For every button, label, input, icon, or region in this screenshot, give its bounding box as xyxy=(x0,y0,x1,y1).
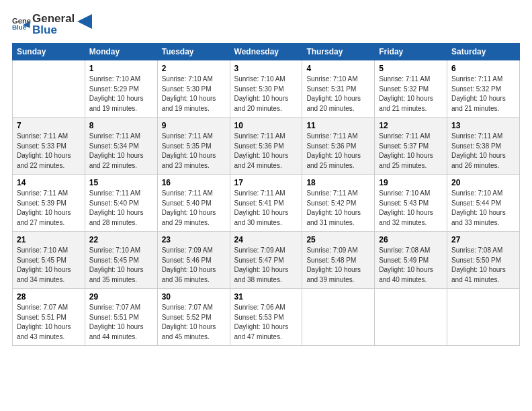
calendar-cell xyxy=(302,289,375,346)
calendar-cell: 12Sunrise: 7:11 AM Sunset: 5:37 PM Dayli… xyxy=(375,118,447,175)
calendar-header-row: SundayMondayTuesdayWednesdayThursdayFrid… xyxy=(13,44,520,60)
logo-arrow-icon xyxy=(77,14,92,29)
calendar-cell: 23Sunrise: 7:09 AM Sunset: 5:46 PM Dayli… xyxy=(157,232,230,289)
day-info: Sunrise: 7:07 AM Sunset: 5:51 PM Dayligh… xyxy=(17,303,81,342)
day-number: 12 xyxy=(379,121,443,130)
day-number: 23 xyxy=(162,235,226,244)
day-info: Sunrise: 7:11 AM Sunset: 5:34 PM Dayligh… xyxy=(89,132,153,171)
day-info: Sunrise: 7:09 AM Sunset: 5:48 PM Dayligh… xyxy=(306,246,370,285)
day-info: Sunrise: 7:06 AM Sunset: 5:53 PM Dayligh… xyxy=(234,303,298,342)
calendar-cell: 25Sunrise: 7:09 AM Sunset: 5:48 PM Dayli… xyxy=(302,232,375,289)
calendar-cell xyxy=(13,60,85,118)
calendar-cell: 10Sunrise: 7:11 AM Sunset: 5:36 PM Dayli… xyxy=(230,118,302,175)
day-number: 15 xyxy=(89,178,153,187)
day-number: 8 xyxy=(89,121,153,130)
calendar-cell: 28Sunrise: 7:07 AM Sunset: 5:51 PM Dayli… xyxy=(13,289,85,346)
day-info: Sunrise: 7:11 AM Sunset: 5:35 PM Dayligh… xyxy=(162,132,226,171)
day-info: Sunrise: 7:08 AM Sunset: 5:49 PM Dayligh… xyxy=(379,246,443,285)
calendar-cell: 27Sunrise: 7:08 AM Sunset: 5:50 PM Dayli… xyxy=(447,232,520,289)
day-number: 11 xyxy=(306,121,370,130)
day-number: 14 xyxy=(17,178,81,187)
calendar-cell: 5Sunrise: 7:11 AM Sunset: 5:32 PM Daylig… xyxy=(375,60,447,118)
col-header-wednesday: Wednesday xyxy=(230,44,302,60)
col-header-saturday: Saturday xyxy=(447,44,520,60)
calendar-cell: 20Sunrise: 7:10 AM Sunset: 5:44 PM Dayli… xyxy=(447,175,520,232)
calendar-cell: 7Sunrise: 7:11 AM Sunset: 5:33 PM Daylig… xyxy=(13,118,85,175)
logo: General Blue General Blue xyxy=(12,12,92,36)
day-info: Sunrise: 7:09 AM Sunset: 5:46 PM Dayligh… xyxy=(162,246,226,285)
day-info: Sunrise: 7:08 AM Sunset: 5:50 PM Dayligh… xyxy=(451,246,515,285)
page-container: General Blue General Blue SundayMondayTu… xyxy=(0,0,532,353)
day-number: 24 xyxy=(234,235,298,244)
calendar-cell: 11Sunrise: 7:11 AM Sunset: 5:36 PM Dayli… xyxy=(302,118,375,175)
day-number: 2 xyxy=(162,64,226,73)
calendar-cell: 26Sunrise: 7:08 AM Sunset: 5:49 PM Dayli… xyxy=(375,232,447,289)
day-info: Sunrise: 7:11 AM Sunset: 5:32 PM Dayligh… xyxy=(451,75,515,113)
calendar-cell: 30Sunrise: 7:07 AM Sunset: 5:52 PM Dayli… xyxy=(157,289,230,346)
calendar-cell: 15Sunrise: 7:11 AM Sunset: 5:40 PM Dayli… xyxy=(85,175,157,232)
calendar-week-row: 21Sunrise: 7:10 AM Sunset: 5:45 PM Dayli… xyxy=(13,232,520,289)
day-number: 5 xyxy=(379,64,443,73)
day-number: 19 xyxy=(379,178,443,187)
day-info: Sunrise: 7:11 AM Sunset: 5:40 PM Dayligh… xyxy=(89,189,153,228)
day-info: Sunrise: 7:10 AM Sunset: 5:44 PM Dayligh… xyxy=(451,189,515,228)
day-number: 18 xyxy=(306,178,370,187)
day-number: 28 xyxy=(17,292,81,302)
calendar-cell: 16Sunrise: 7:11 AM Sunset: 5:40 PM Dayli… xyxy=(157,175,230,232)
day-info: Sunrise: 7:10 AM Sunset: 5:30 PM Dayligh… xyxy=(162,75,226,113)
day-number: 25 xyxy=(306,235,370,244)
day-info: Sunrise: 7:11 AM Sunset: 5:37 PM Dayligh… xyxy=(379,132,443,171)
day-number: 3 xyxy=(234,64,298,73)
calendar-cell: 6Sunrise: 7:11 AM Sunset: 5:32 PM Daylig… xyxy=(447,60,520,118)
calendar-week-row: 1Sunrise: 7:10 AM Sunset: 5:29 PM Daylig… xyxy=(13,60,520,118)
day-number: 13 xyxy=(451,121,515,130)
day-number: 1 xyxy=(89,64,153,73)
day-number: 26 xyxy=(379,235,443,244)
day-number: 17 xyxy=(234,178,298,187)
calendar-table: SundayMondayTuesdayWednesdayThursdayFrid… xyxy=(12,43,520,346)
day-number: 16 xyxy=(162,178,226,187)
day-number: 31 xyxy=(234,292,298,302)
calendar-cell: 1Sunrise: 7:10 AM Sunset: 5:29 PM Daylig… xyxy=(85,60,157,118)
day-info: Sunrise: 7:11 AM Sunset: 5:36 PM Dayligh… xyxy=(234,132,298,171)
calendar-cell: 22Sunrise: 7:10 AM Sunset: 5:45 PM Dayli… xyxy=(85,232,157,289)
day-info: Sunrise: 7:10 AM Sunset: 5:30 PM Dayligh… xyxy=(234,75,298,113)
day-number: 21 xyxy=(17,235,81,244)
day-info: Sunrise: 7:11 AM Sunset: 5:41 PM Dayligh… xyxy=(234,189,298,228)
day-info: Sunrise: 7:07 AM Sunset: 5:52 PM Dayligh… xyxy=(162,303,226,342)
svg-text:Blue: Blue xyxy=(12,24,27,31)
day-number: 29 xyxy=(89,292,153,302)
calendar-cell: 19Sunrise: 7:10 AM Sunset: 5:43 PM Dayli… xyxy=(375,175,447,232)
calendar-cell: 14Sunrise: 7:11 AM Sunset: 5:39 PM Dayli… xyxy=(13,175,85,232)
day-info: Sunrise: 7:11 AM Sunset: 5:39 PM Dayligh… xyxy=(17,189,81,228)
day-number: 9 xyxy=(162,121,226,130)
calendar-cell: 9Sunrise: 7:11 AM Sunset: 5:35 PM Daylig… xyxy=(157,118,230,175)
day-info: Sunrise: 7:10 AM Sunset: 5:43 PM Dayligh… xyxy=(379,189,443,228)
col-header-friday: Friday xyxy=(375,44,447,60)
calendar-week-row: 14Sunrise: 7:11 AM Sunset: 5:39 PM Dayli… xyxy=(13,175,520,232)
calendar-cell: 24Sunrise: 7:09 AM Sunset: 5:47 PM Dayli… xyxy=(230,232,302,289)
page-header: General Blue General Blue xyxy=(12,12,520,36)
day-number: 10 xyxy=(234,121,298,130)
calendar-cell xyxy=(375,289,447,346)
calendar-cell: 31Sunrise: 7:06 AM Sunset: 5:53 PM Dayli… xyxy=(230,289,302,346)
col-header-monday: Monday xyxy=(85,44,157,60)
day-number: 30 xyxy=(162,292,226,302)
calendar-week-row: 28Sunrise: 7:07 AM Sunset: 5:51 PM Dayli… xyxy=(13,289,520,346)
day-number: 4 xyxy=(306,64,370,73)
calendar-cell: 4Sunrise: 7:10 AM Sunset: 5:31 PM Daylig… xyxy=(302,60,375,118)
day-info: Sunrise: 7:11 AM Sunset: 5:38 PM Dayligh… xyxy=(451,132,515,171)
calendar-cell: 18Sunrise: 7:11 AM Sunset: 5:42 PM Dayli… xyxy=(302,175,375,232)
col-header-thursday: Thursday xyxy=(302,44,375,60)
calendar-cell: 21Sunrise: 7:10 AM Sunset: 5:45 PM Dayli… xyxy=(13,232,85,289)
day-info: Sunrise: 7:10 AM Sunset: 5:45 PM Dayligh… xyxy=(17,246,81,285)
calendar-cell: 29Sunrise: 7:07 AM Sunset: 5:51 PM Dayli… xyxy=(85,289,157,346)
day-info: Sunrise: 7:09 AM Sunset: 5:47 PM Dayligh… xyxy=(234,246,298,285)
day-info: Sunrise: 7:07 AM Sunset: 5:51 PM Dayligh… xyxy=(89,303,153,342)
col-header-tuesday: Tuesday xyxy=(157,44,230,60)
day-info: Sunrise: 7:10 AM Sunset: 5:45 PM Dayligh… xyxy=(89,246,153,285)
day-number: 27 xyxy=(451,235,515,244)
day-number: 22 xyxy=(89,235,153,244)
day-info: Sunrise: 7:10 AM Sunset: 5:29 PM Dayligh… xyxy=(89,75,153,113)
calendar-cell: 13Sunrise: 7:11 AM Sunset: 5:38 PM Dayli… xyxy=(447,118,520,175)
